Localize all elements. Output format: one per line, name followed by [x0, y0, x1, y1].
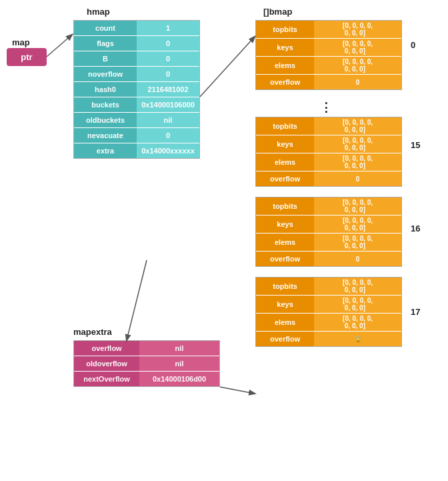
table-row: topbits[0, 0, 0, 0, 0, 0, 0]	[256, 197, 401, 215]
svg-line-3	[220, 387, 255, 394]
table-row: extra0x14000xxxxxx	[74, 143, 199, 158]
bmap-group-15: topbits[0, 0, 0, 0, 0, 0, 0]keys[0, 0, 0…	[255, 117, 402, 187]
index-17: 17	[411, 307, 420, 317]
table-row: buckets0x14000106000	[74, 97, 199, 113]
table-row: elems[0, 0, 0, 0, 0, 0, 0]	[256, 314, 401, 332]
bmap-label: []bmap	[263, 7, 292, 17]
bmap-group-16: topbits[0, 0, 0, 0, 0, 0, 0]keys[0, 0, 0…	[255, 197, 402, 267]
table-row: overflow0	[256, 252, 401, 266]
table-row: flags0	[74, 36, 199, 51]
table-row: nevacuate0	[74, 128, 199, 143]
table-row: elems[0, 0, 0, 0, 0, 0, 0]	[256, 57, 401, 75]
hmap-label: hmap	[87, 7, 110, 17]
index-16: 16	[411, 223, 420, 233]
diagram: map ptr hmap count1flags0B0noverflow0has…	[0, 0, 448, 481]
table-row: keys[0, 0, 0, 0, 0, 0, 0]	[256, 215, 401, 233]
table-row: topbits[0, 0, 0, 0, 0, 0, 0]	[256, 117, 401, 135]
mapextra-table: overflowniloldoverflownilnextOverflow0x1…	[73, 340, 220, 387]
svg-line-2	[127, 260, 147, 340]
table-row: oldoverflownil	[74, 356, 219, 372]
dots: ⋮	[320, 100, 332, 115]
mapextra-label: mapextra	[73, 327, 112, 337]
table-row: elems[0, 0, 0, 0, 0, 0, 0]	[256, 153, 401, 171]
table-row: noverflow0	[74, 67, 199, 82]
table-row: oldbucketsnil	[74, 113, 199, 128]
table-row: overflow0	[256, 75, 401, 89]
table-row: elems[0, 0, 0, 0, 0, 0, 0]	[256, 233, 401, 252]
table-row: nextOverflow0x14000106d00	[74, 372, 219, 386]
table-row: topbits[0, 0, 0, 0, 0, 0, 0]	[256, 21, 401, 39]
table-row: keys[0, 0, 0, 0, 0, 0, 0]	[256, 39, 401, 57]
bmap-group-0: topbits[0, 0, 0, 0, 0, 0, 0]keys[0, 0, 0…	[255, 20, 402, 90]
hmap-table: count1flags0B0noverflow0hash02116481002b…	[73, 20, 200, 159]
svg-line-1	[200, 37, 255, 97]
table-row: overflow0	[256, 171, 401, 186]
table-row: count1	[74, 21, 199, 36]
map-label: map	[12, 37, 30, 47]
index-0: 0	[411, 40, 415, 50]
table-row: hash02116481002	[74, 82, 199, 97]
ptr-box: ptr	[7, 48, 47, 66]
svg-line-0	[47, 35, 72, 57]
table-row: overflow🔒	[256, 332, 401, 346]
table-row: overflownil	[74, 341, 219, 356]
table-row: keys[0, 0, 0, 0, 0, 0, 0]	[256, 135, 401, 153]
table-row: keys[0, 0, 0, 0, 0, 0, 0]	[256, 296, 401, 314]
table-row: B0	[74, 51, 199, 67]
index-15: 15	[411, 140, 420, 150]
bmap-group-17: topbits[0, 0, 0, 0, 0, 0, 0]keys[0, 0, 0…	[255, 277, 402, 347]
table-row: topbits[0, 0, 0, 0, 0, 0, 0]	[256, 278, 401, 296]
